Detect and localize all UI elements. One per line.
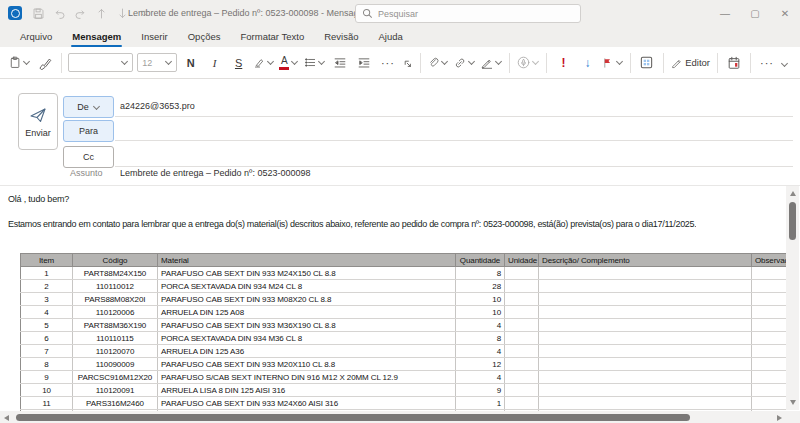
body-greeting[interactable]: Olá , tudo bem? <box>8 194 69 204</box>
move-up-icon[interactable] <box>91 3 112 23</box>
font-size-combobox[interactable]: 12 <box>137 53 176 72</box>
scroll-down-icon[interactable] <box>790 400 796 405</box>
table-cell[interactable]: 9 <box>21 371 73 384</box>
bold-button[interactable]: N <box>180 51 202 75</box>
table-cell[interactable]: PARS316M2460 <box>73 397 158 410</box>
increase-indent-button[interactable] <box>353 51 375 75</box>
table-cell[interactable] <box>539 345 752 358</box>
table-cell[interactable] <box>752 358 787 371</box>
collapse-ribbon-button[interactable] <box>779 54 788 72</box>
table-cell[interactable] <box>752 397 787 410</box>
tab-inserir[interactable]: Inserir <box>131 26 177 47</box>
format-painter-button[interactable] <box>34 51 56 75</box>
table-cell[interactable] <box>505 384 539 397</box>
tab-formatar-texto[interactable]: Formatar Texto <box>230 26 314 47</box>
table-cell[interactable]: 110120070 <box>73 345 158 358</box>
undo-icon[interactable] <box>49 3 70 23</box>
table-cell[interactable] <box>505 345 539 358</box>
search-box[interactable]: Pesquisar <box>355 4 581 23</box>
table-cell[interactable] <box>505 371 539 384</box>
table-cell[interactable]: PARAFUSO CAB SEXT DIN 933 M08X20 CL 8.8 <box>158 293 456 306</box>
table-cell[interactable]: 110110012 <box>73 280 158 293</box>
table-cell[interactable]: 5 <box>21 319 73 332</box>
table-cell[interactable]: 10 <box>456 293 505 306</box>
maximize-button[interactable]: ▢ <box>740 0 770 26</box>
table-cell[interactable] <box>539 332 752 345</box>
table-cell[interactable]: 8 <box>456 267 505 280</box>
low-importance-button[interactable]: ↓ <box>576 51 598 75</box>
table-cell[interactable]: PARAFUSO CAB SEXT DIN 933 M20X110 CL 8.8 <box>158 358 456 371</box>
table-cell[interactable]: PART88M36X190 <box>73 319 158 332</box>
table-cell[interactable]: 110120006 <box>73 306 158 319</box>
attach-file-button[interactable] <box>426 51 450 75</box>
table-cell[interactable]: ARRUELA DIN 125 A36 <box>158 345 456 358</box>
more-formatting-button[interactable]: ··· <box>377 51 399 75</box>
table-cell[interactable] <box>539 267 752 280</box>
table-cell[interactable]: PARAFUSO CAB SEXT DIN 933 M24X150 CL 8.8 <box>158 267 456 280</box>
body-paragraph[interactable]: Estamos entrando em contato para lembrar… <box>8 219 696 229</box>
vertical-scrollbar[interactable] <box>786 186 799 410</box>
text-highlight-button[interactable] <box>252 51 276 75</box>
table-cell[interactable] <box>752 280 787 293</box>
table-cell[interactable]: PARCSC916M12X20 <box>73 371 158 384</box>
table-cell[interactable] <box>752 293 787 306</box>
table-cell[interactable]: 110120091 <box>73 384 158 397</box>
table-cell[interactable]: PART88M24X150 <box>73 267 158 280</box>
table-cell[interactable] <box>505 306 539 319</box>
minimize-button[interactable]: — <box>710 0 740 26</box>
dictate-button[interactable] <box>515 51 541 75</box>
redo-icon[interactable] <box>70 3 91 23</box>
high-importance-button[interactable]: ! <box>552 51 574 75</box>
tab-revisão[interactable]: Revisão <box>314 26 368 47</box>
table-cell[interactable]: PARAFUSO CAB SEXT DIN 933 M24X60 AISI 31… <box>158 397 456 410</box>
table-cell[interactable] <box>539 384 752 397</box>
table-cell[interactable]: 110110115 <box>73 332 158 345</box>
table-cell[interactable]: 12 <box>456 358 505 371</box>
dialog-launcher-icon[interactable] <box>401 52 415 76</box>
table-cell[interactable]: PARAFUSO CAB SEXT DIN 933 M36X190 CL 8.8 <box>158 319 456 332</box>
table-cell[interactable] <box>505 293 539 306</box>
editor-button[interactable]: Editor <box>669 51 712 75</box>
send-button[interactable]: Enviar <box>18 93 58 150</box>
table-cell[interactable] <box>539 358 752 371</box>
table-cell[interactable]: 6 <box>21 332 73 345</box>
table-cell[interactable] <box>752 371 787 384</box>
tab-arquivo[interactable]: Arquivo <box>10 26 62 47</box>
table-cell[interactable]: 8 <box>21 358 73 371</box>
table-cell[interactable]: 10 <box>21 384 73 397</box>
more-commands-button[interactable]: ··· <box>756 51 778 75</box>
cc-button[interactable]: Cc <box>63 146 114 168</box>
tab-mensagem[interactable]: Mensagem <box>62 26 131 47</box>
table-cell[interactable]: 4 <box>456 371 505 384</box>
decrease-indent-button[interactable] <box>329 51 351 75</box>
table-cell[interactable]: 4 <box>21 306 73 319</box>
close-button[interactable]: ✕ <box>770 0 800 26</box>
horizontal-scroll-thumb[interactable] <box>16 414 690 421</box>
table-cell[interactable]: 1 <box>456 397 505 410</box>
table-cell[interactable] <box>752 306 787 319</box>
bullets-button[interactable] <box>302 51 327 75</box>
table-cell[interactable]: PORCA SEXTAVADA DIN 934 M24 CL 8 <box>158 280 456 293</box>
table-cell[interactable] <box>505 280 539 293</box>
scroll-right-icon[interactable] <box>777 415 782 421</box>
tab-opções[interactable]: Opções <box>178 26 231 47</box>
apps-button[interactable] <box>636 51 658 75</box>
table-cell[interactable] <box>752 332 787 345</box>
insights-button[interactable] <box>723 51 745 75</box>
table-cell[interactable]: 110090009 <box>73 358 158 371</box>
table-cell[interactable]: 8 <box>456 332 505 345</box>
table-cell[interactable]: 9 <box>456 384 505 397</box>
vertical-scroll-thumb[interactable] <box>789 202 796 240</box>
table-cell[interactable]: 4 <box>456 319 505 332</box>
table-cell[interactable] <box>539 319 752 332</box>
table-cell[interactable] <box>752 384 787 397</box>
italic-button[interactable]: I <box>204 51 226 75</box>
table-cell[interactable] <box>539 280 752 293</box>
table-cell[interactable] <box>752 345 787 358</box>
table-cell[interactable]: 10 <box>456 306 505 319</box>
table-cell[interactable] <box>505 267 539 280</box>
table-cell[interactable]: PARS88M08X20I <box>73 293 158 306</box>
table-cell[interactable] <box>752 267 787 280</box>
font-color-button[interactable]: A <box>278 51 300 75</box>
signature-button[interactable] <box>479 51 504 75</box>
